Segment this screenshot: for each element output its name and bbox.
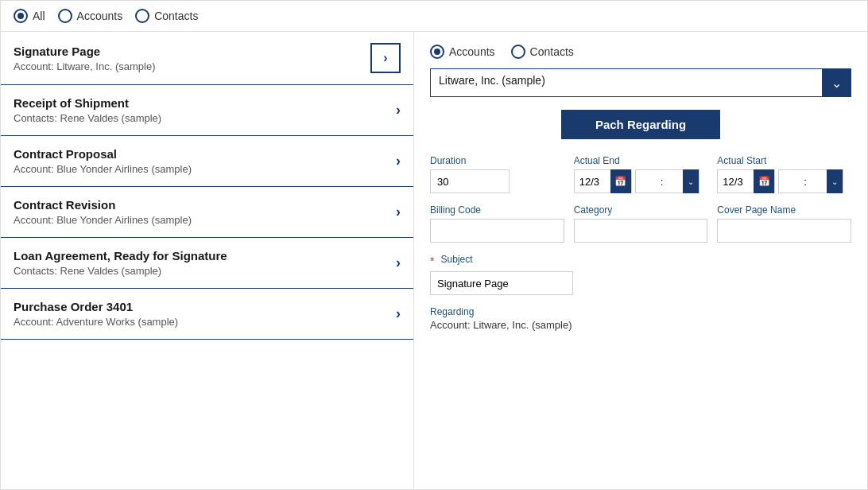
list-item-text-4: Loan Agreement, Ready for SignatureConta…: [14, 249, 227, 277]
form-group-cover-page-name: Cover Page Name: [717, 204, 851, 243]
actual-start-date-group: 📅 : ⌄: [717, 169, 851, 193]
list-item-0[interactable]: Signature PageAccount: Litware, Inc. (sa…: [1, 32, 413, 85]
list-item-subtitle-2: Account: Blue Yonder Airlines (sample): [14, 163, 192, 175]
list-item-subtitle-4: Contacts: Rene Valdes (sample): [14, 265, 227, 277]
top-radio-group: All Accounts Contacts: [14, 9, 198, 23]
list-item-text-3: Contract RevisionAccount: Blue Yonder Ai…: [14, 198, 192, 226]
subject-label: Subject: [440, 254, 472, 265]
actual-end-time-hour[interactable]: [636, 172, 660, 192]
right-radio-accounts[interactable]: Accounts: [430, 45, 495, 59]
category-input[interactable]: [574, 219, 708, 243]
chevron-right-5: ›: [396, 305, 401, 322]
list-item-text-1: Receipt of ShipmentContacts: Rene Valdes…: [14, 96, 161, 124]
right-radio-contacts-circle: [511, 45, 525, 59]
chevron-right-2: ›: [396, 153, 401, 169]
form-group-billing-code: Billing Code: [430, 204, 564, 243]
left-panel: Signature PageAccount: Litware, Inc. (sa…: [1, 32, 414, 489]
chevron-right-1: ›: [396, 102, 401, 119]
form-group-actual-start: Actual Start 📅 : ⌄: [717, 155, 851, 193]
actual-start-date-field: 📅: [717, 169, 775, 193]
billing-code-input[interactable]: [430, 219, 564, 243]
list-item-2[interactable]: Contract ProposalAccount: Blue Yonder Ai…: [1, 136, 413, 187]
right-radio-contacts[interactable]: Contacts: [511, 45, 574, 59]
top-filter-bar: All Accounts Contacts: [1, 1, 867, 32]
list-item-4[interactable]: Loan Agreement, Ready for SignatureConta…: [1, 238, 413, 289]
actual-start-time-min[interactable]: [808, 172, 827, 192]
list-item-subtitle-5: Account: Adventure Works (sample): [14, 316, 178, 328]
actual-start-calendar-icon[interactable]: 📅: [754, 169, 774, 193]
right-radio-accounts-label: Accounts: [449, 45, 495, 58]
actual-end-time-part: : ⌄: [635, 169, 700, 193]
form-group-subject: * Subject: [430, 254, 851, 295]
account-dropdown[interactable]: Litware, Inc. (sample) ⌄: [430, 68, 851, 97]
billing-code-label: Billing Code: [430, 204, 564, 216]
form-row-subject: * Subject: [430, 254, 851, 295]
cover-page-name-input[interactable]: [717, 219, 851, 243]
top-radio-all[interactable]: All: [14, 9, 45, 23]
subject-input[interactable]: [430, 271, 573, 295]
regarding-section: Regarding Account: Litware, Inc. (sample…: [430, 306, 851, 331]
right-radio-accounts-circle: [430, 45, 444, 59]
list-item-subtitle-0: Account: Litware, Inc. (sample): [14, 60, 155, 72]
regarding-label: Regarding: [430, 306, 851, 317]
chevron-box-0[interactable]: ›: [370, 43, 401, 73]
list-item-title-0: Signature Page: [14, 45, 155, 58]
actual-end-label: Actual End: [574, 155, 708, 166]
list-item-title-4: Loan Agreement, Ready for Signature: [14, 249, 227, 262]
patch-regarding-button[interactable]: Pach Regarding: [561, 110, 720, 139]
actual-start-date-input[interactable]: [718, 172, 754, 192]
actual-end-time-min[interactable]: [664, 172, 683, 192]
actual-start-time-part: : ⌄: [778, 169, 843, 193]
account-dropdown-arrow[interactable]: ⌄: [822, 69, 851, 96]
list-item-1[interactable]: Receipt of ShipmentContacts: Rene Valdes…: [1, 85, 413, 136]
form-row-1: Duration Actual End 📅 :: [430, 155, 851, 193]
actual-end-time-arrow[interactable]: ⌄: [683, 169, 699, 193]
list-item-3[interactable]: Contract RevisionAccount: Blue Yonder Ai…: [1, 187, 413, 238]
list-item-text-2: Contract ProposalAccount: Blue Yonder Ai…: [14, 147, 192, 175]
list-item-subtitle-3: Account: Blue Yonder Airlines (sample): [14, 214, 192, 226]
top-radio-accounts[interactable]: Accounts: [58, 9, 123, 23]
form-row-2: Billing Code Category Cover Page Name: [430, 204, 851, 243]
actual-end-calendar-icon[interactable]: 📅: [610, 169, 631, 193]
duration-label: Duration: [430, 155, 564, 166]
actual-start-label: Actual Start: [717, 155, 851, 166]
top-radio-all-label: All: [33, 10, 45, 22]
actual-end-date-input[interactable]: [575, 172, 610, 192]
form-group-duration: Duration: [430, 155, 564, 193]
list-item-title-5: Purchase Order 3401: [14, 300, 178, 313]
category-label: Category: [574, 204, 708, 216]
right-radio-row: Accounts Contacts: [430, 45, 851, 59]
list-item-title-1: Receipt of Shipment: [14, 96, 161, 110]
list-item-title-2: Contract Proposal: [14, 147, 192, 161]
chevron-right-4: ›: [396, 255, 401, 271]
top-radio-contacts[interactable]: Contacts: [135, 9, 198, 23]
actual-end-date-group: 📅 : ⌄: [574, 169, 708, 193]
list-item-title-3: Contract Revision: [14, 198, 192, 212]
main-container: All Accounts Contacts Signature PageAcco…: [0, 0, 868, 490]
form-group-actual-end: Actual End 📅 : ⌄: [574, 155, 708, 193]
top-radio-all-circle: [14, 9, 28, 23]
regarding-value: Account: Litware, Inc. (sample): [430, 319, 851, 331]
right-panel: Accounts Contacts Litware, Inc. (sample)…: [414, 32, 867, 489]
right-top: Accounts Contacts Litware, Inc. (sample)…: [430, 45, 851, 97]
subject-required-star: *: [430, 255, 434, 267]
account-dropdown-text: Litware, Inc. (sample): [431, 69, 823, 96]
top-radio-contacts-circle: [135, 9, 149, 23]
chevron-right-3: ›: [396, 204, 401, 220]
top-radio-accounts-label: Accounts: [77, 10, 123, 22]
list-item-text-0: Signature PageAccount: Litware, Inc. (sa…: [14, 45, 155, 72]
right-radio-contacts-label: Contacts: [530, 45, 574, 58]
actual-start-time-hour[interactable]: [779, 172, 803, 192]
top-radio-contacts-label: Contacts: [154, 10, 198, 22]
list-item-5[interactable]: Purchase Order 3401Account: Adventure Wo…: [1, 289, 413, 340]
list-item-text-5: Purchase Order 3401Account: Adventure Wo…: [14, 300, 178, 328]
top-radio-accounts-circle: [58, 9, 72, 23]
content-area: Signature PageAccount: Litware, Inc. (sa…: [1, 32, 867, 489]
actual-start-time-arrow[interactable]: ⌄: [827, 169, 843, 193]
form-group-category: Category: [574, 204, 708, 243]
cover-page-name-label: Cover Page Name: [717, 204, 851, 216]
actual-end-date-field: 📅: [574, 169, 632, 193]
list-item-subtitle-1: Contacts: Rene Valdes (sample): [14, 112, 161, 124]
duration-input[interactable]: [430, 169, 510, 193]
